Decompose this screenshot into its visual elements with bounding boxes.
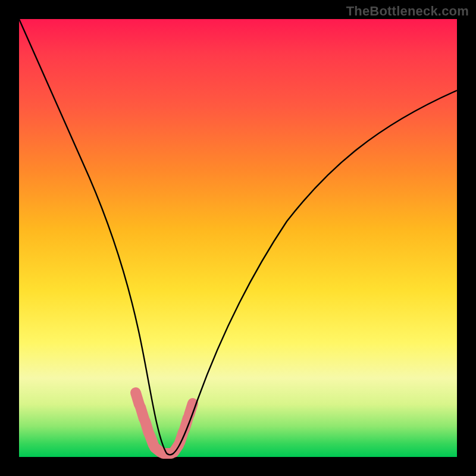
bottleneck-curve xyxy=(19,19,457,455)
highlight-trough xyxy=(136,393,193,453)
watermark-text: TheBottleneck.com xyxy=(346,4,469,19)
chart-canvas xyxy=(19,19,457,457)
chart-frame xyxy=(19,19,457,457)
